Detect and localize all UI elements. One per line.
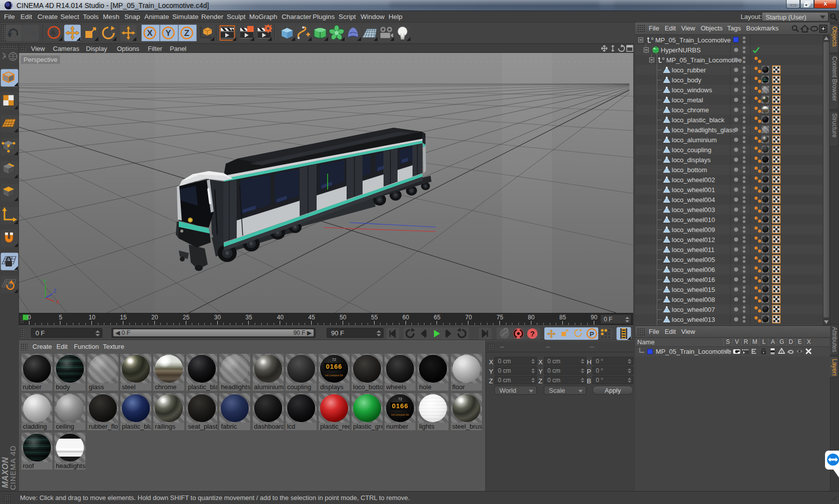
svg-text:Y: Y bbox=[165, 28, 171, 38]
svg-text:X: X bbox=[147, 28, 153, 38]
svg-text:0: 0 bbox=[651, 36, 654, 41]
svg-text:Z: Z bbox=[53, 288, 56, 294]
svg-text:Z: Z bbox=[184, 28, 189, 38]
svg-text:0: 0 bbox=[662, 56, 665, 61]
svg-text:P: P bbox=[590, 330, 594, 338]
svg-text:?: ? bbox=[530, 329, 534, 338]
svg-text:Y: Y bbox=[43, 279, 46, 284]
svg-text:X: X bbox=[56, 299, 59, 305]
